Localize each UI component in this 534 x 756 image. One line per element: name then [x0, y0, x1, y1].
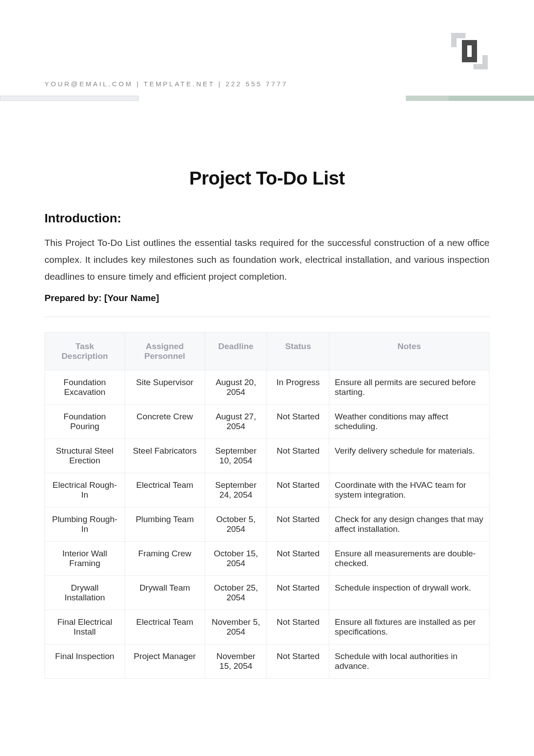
svg-rect-3 [473, 64, 488, 69]
cell-notes: Ensure all fixtures are installed as per… [329, 610, 490, 644]
table-header-row: Task Description Assigned Personnel Dead… [45, 333, 490, 370]
table-row: Interior Wall FramingFraming CrewOctober… [45, 542, 490, 576]
tasks-table: Task Description Assigned Personnel Dead… [44, 332, 490, 679]
table-row: Plumbing Rough-InPlumbing TeamOctober 5,… [45, 507, 490, 542]
table-row: Foundation ExcavationSite SupervisorAugu… [45, 370, 490, 405]
cell-person: Drywall Team [125, 576, 205, 610]
cell-notes: Ensure all permits are secured before st… [329, 370, 490, 405]
introduction-text: This Project To-Do List outlines the ess… [44, 234, 490, 285]
cell-person: Concrete Crew [125, 405, 205, 439]
table-row: Final InspectionProject ManagerNovember … [45, 644, 490, 679]
cell-task: Foundation Pouring [45, 405, 125, 439]
contact-line: YOUR@EMAIL.COM | TEMPLATE.NET | 222 555 … [44, 80, 490, 88]
col-header-status: Status [267, 333, 329, 370]
col-header-deadline: Deadline [205, 333, 267, 370]
cell-status: In Progress [267, 370, 329, 405]
table-row: Final Electrical InstallElectrical TeamN… [45, 610, 490, 644]
cell-status: Not Started [267, 644, 329, 679]
decorative-band [0, 96, 534, 101]
cell-task: Final Inspection [45, 644, 125, 679]
cell-status: Not Started [267, 439, 329, 473]
cell-person: Framing Crew [125, 542, 205, 576]
table-row: Drywall InstallationDrywall TeamOctober … [45, 576, 490, 610]
cell-deadline: September 10, 2054 [205, 439, 267, 473]
col-header-notes: Notes [329, 333, 490, 370]
cell-notes: Schedule inspection of drywall work. [329, 576, 490, 610]
cell-person: Plumbing Team [125, 507, 205, 542]
cell-task: Plumbing Rough-In [45, 507, 125, 542]
cell-notes: Coordinate with the HVAC team for system… [329, 473, 490, 507]
cell-status: Not Started [267, 473, 329, 507]
svg-rect-1 [451, 33, 465, 38]
col-header-task: Task Description [45, 333, 125, 370]
table-row: Structural Steel ErectionSteel Fabricato… [45, 439, 490, 473]
cell-deadline: October 25, 2054 [205, 576, 267, 610]
col-header-personnel: Assigned Personnel [125, 333, 205, 370]
cell-deadline: August 20, 2054 [205, 370, 267, 405]
prepared-by-line: Prepared by: [Your Name] [44, 293, 490, 303]
cell-status: Not Started [267, 405, 329, 439]
cell-deadline: October 5, 2054 [205, 507, 267, 542]
cell-task: Drywall Installation [45, 576, 125, 610]
cell-task: Foundation Excavation [45, 370, 125, 405]
cell-task: Structural Steel Erection [45, 439, 125, 473]
cell-person: Steel Fabricators [125, 439, 205, 473]
cell-person: Electrical Team [125, 610, 205, 644]
page-title: Project To-Do List [44, 168, 490, 189]
brand-logo-icon [449, 31, 490, 73]
cell-person: Project Manager [125, 644, 205, 679]
cell-status: Not Started [267, 576, 329, 610]
cell-status: Not Started [267, 542, 329, 576]
introduction-heading: Introduction: [44, 211, 490, 225]
table-row: Electrical Rough-InElectrical TeamSeptem… [45, 473, 490, 507]
cell-person: Site Supervisor [125, 370, 205, 405]
cell-deadline: November 5, 2054 [205, 610, 267, 644]
cell-notes: Weather conditions may affect scheduling… [329, 405, 490, 439]
cell-deadline: October 15, 2054 [205, 542, 267, 576]
section-divider [44, 317, 490, 317]
cell-task: Electrical Rough-In [45, 473, 125, 507]
cell-status: Not Started [267, 507, 329, 542]
cell-status: Not Started [267, 610, 329, 644]
cell-task: Final Electrical Install [45, 610, 125, 644]
cell-deadline: November 15, 2054 [205, 644, 267, 679]
table-row: Foundation PouringConcrete CrewAugust 27… [45, 405, 490, 439]
svg-rect-7 [462, 57, 477, 62]
cell-deadline: September 24, 2054 [205, 473, 267, 507]
cell-notes: Check for any design changes that may af… [329, 507, 490, 542]
cell-notes: Verify delivery schedule for materials. [329, 439, 490, 473]
cell-notes: Schedule with local authorities in advan… [329, 644, 490, 679]
cell-person: Electrical Team [125, 473, 205, 507]
cell-task: Interior Wall Framing [45, 542, 125, 576]
cell-deadline: August 27, 2054 [205, 405, 267, 439]
cell-notes: Ensure all measurements are double-check… [329, 542, 490, 576]
